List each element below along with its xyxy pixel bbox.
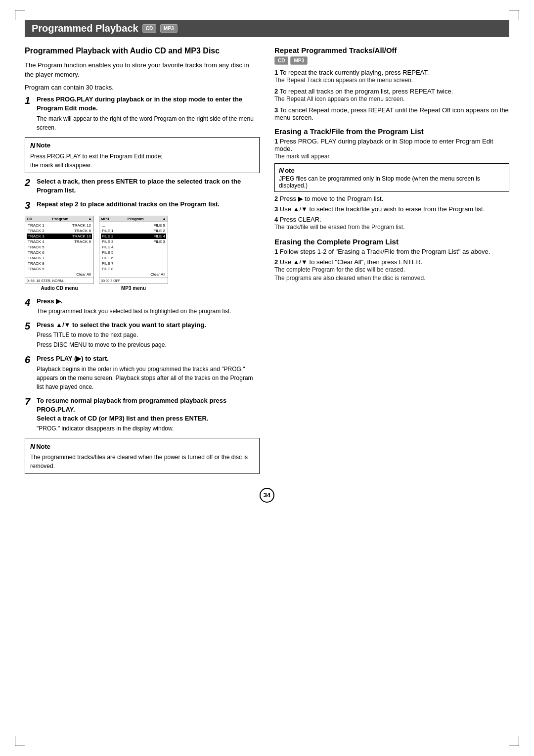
step-4-title: Press ▶.: [37, 297, 260, 306]
complete-title: Erasing the Complete Program List: [274, 237, 509, 246]
note-2: N Note The programmed tracks/files are c…: [25, 438, 260, 474]
erase-note: N ote JPEG files can be programmed only …: [274, 163, 509, 192]
step-3: 3 Repeat step 2 to place additional trac…: [25, 200, 260, 211]
step-6-title: Press PLAY (▶) to start.: [37, 354, 260, 363]
step-5-title: Press ▲/▼ to select the track you want t…: [37, 321, 260, 330]
mp3-menu-header-left: MP3: [101, 217, 109, 221]
mp3-menu-label: MP3 menu: [99, 285, 168, 291]
note-icon-2: N: [30, 441, 35, 452]
complete-step-2-text: Use ▲/▼ to select "Clear All", then pres…: [280, 258, 423, 266]
erase-step-1-num: 1: [274, 138, 278, 145]
note-icon-1: N: [30, 141, 35, 151]
step-2: 2 Select a track, then press ENTER to pl…: [25, 177, 260, 195]
complete-step-2: 2 Use ▲/▼ to select "Clear All", then pr…: [274, 258, 509, 283]
step-7: 7 To resume normal playback from program…: [25, 396, 260, 433]
erase-step-2-num: 2: [274, 195, 278, 202]
corner-mark-tl: [15, 10, 25, 20]
erase-step-4-text: Press CLEAR.: [280, 216, 321, 223]
corner-mark-br: [509, 736, 519, 746]
mp3-row-3: FILE 3FILE 3: [101, 239, 166, 244]
corner-mark-tr: [509, 10, 519, 20]
note-2-text: The programmed tracks/files are cleared …: [30, 453, 254, 471]
cd-row-9: TRACK 9: [27, 266, 92, 272]
erase-step-1: 1 Press PROG. PLAY during playback or in…: [274, 138, 509, 161]
cd-row-8: TRACK 8: [27, 261, 92, 266]
mp3-row-0: ...FILE 9: [101, 223, 166, 228]
mp3-menu-footer: 00:00 3 OFF: [99, 278, 168, 284]
repeat-step-2: 2 To repeat all tracks on the program li…: [274, 88, 509, 103]
complete-step-1-text: Follow steps 1-2 of "Erasing a Track/Fil…: [280, 248, 490, 255]
erase-step-4-num: 4: [274, 216, 278, 223]
note-1-line1: Press PROG.PLAY to exit the Program Edit…: [30, 152, 254, 161]
right-column: Repeat Programmed Tracks/All/Off CD MP3 …: [274, 46, 509, 478]
cd-menu-scroll-icon: ▲: [88, 217, 92, 221]
corner-mark-bl: [15, 736, 25, 746]
cd-clear-all: Clear All: [27, 272, 92, 277]
complete-step-2-sub1: The complete Program for the disc will b…: [274, 266, 405, 273]
left-column: Programmed Playback with Audio CD and MP…: [25, 46, 260, 478]
repeat-badge-mp3: MP3: [290, 56, 308, 65]
page-number: 34: [260, 488, 274, 503]
intro-text: The Program function enables you to stor…: [25, 60, 260, 80]
cd-footer-text: 0: 56: 18 STER. NORM.: [27, 279, 64, 283]
step-6-number: 6: [25, 354, 35, 365]
erase-step-1-sub: The mark will appear.: [274, 153, 331, 160]
step-6: 6 Press PLAY (▶) to start. Playback begi…: [25, 354, 260, 391]
menu-screenshots: CD Program ▲ TRACK 1TRACK 12 TRACK 2TRAC…: [25, 216, 260, 291]
step-1-title: Press PROG.PLAY during playback or in th…: [37, 95, 260, 113]
mp3-footer-text: 00:00 3 OFF: [101, 279, 120, 283]
erase-step-1-text: Press PROG. PLAY during playback or in S…: [274, 138, 493, 152]
repeat-step-1: 1 To repeat the track currently playing,…: [274, 69, 509, 85]
erase-step-2-text: Press ▶ to move to the Program list.: [280, 195, 383, 202]
repeat-badge-cd: CD: [274, 56, 288, 65]
step-5-desc1: Press TITLE to move to the next page.: [37, 331, 260, 339]
cd-row-5: TRACK 5: [27, 244, 92, 250]
section-title-bar: Programmed Playback CD MP3: [25, 20, 509, 37]
repeat-step-1-sub: The Repeat Track icon appears on the men…: [274, 77, 413, 84]
cd-menu-footer: 0: 56: 18 STER. NORM.: [25, 278, 93, 284]
mp3-menu-wrapper: MP3 Program ▲ ...FILE 9 FILE 1FILE 2 FIL…: [99, 216, 168, 291]
erase-step-3-num: 3: [274, 205, 278, 213]
note-1: N Note Press PROG.PLAY to exit the Progr…: [25, 137, 260, 173]
mp3-row-2: FILE 2FILE 4: [101, 234, 166, 239]
badge-cd: CD: [142, 24, 156, 33]
repeat-step-3-num: 3: [274, 106, 278, 114]
mp3-row-1: FILE 1FILE 2: [101, 228, 166, 234]
step-5-desc2: Press DISC MENU to move to the previous …: [37, 340, 260, 349]
complete-step-1: 1 Follow steps 1-2 of "Erasing a Track/F…: [274, 248, 509, 255]
step-5: 5 Press ▲/▼ to select the track you want…: [25, 321, 260, 349]
repeat-step-1-num: 1: [274, 69, 278, 76]
page-number-area: 34: [25, 488, 509, 503]
note-1-line2: the mark will disappear.: [30, 161, 254, 170]
cd-row-6: TRACK 6: [27, 250, 92, 255]
repeat-step-2-text: To repeat all tracks on the program list…: [280, 88, 453, 95]
step-7-number: 7: [25, 396, 35, 407]
cd-row-7: TRACK 7: [27, 255, 92, 261]
repeat-step-2-num: 2: [274, 88, 278, 95]
repeat-step-1-text: To repeat the track currently playing, p…: [280, 69, 429, 76]
cd-menu-label: Audio CD menu: [25, 285, 94, 291]
mp3-menu-screen: MP3 Program ▲ ...FILE 9 FILE 1FILE 2 FIL…: [99, 216, 168, 284]
step-1-desc: The mark will appear to the right of the…: [37, 114, 260, 132]
erase-step-3-text: Use ▲/▼ to select the track/file you wis…: [280, 205, 485, 213]
cd-row-4: TRACK 4TRACK 9: [27, 239, 92, 244]
cd-menu-header-right: Program: [52, 217, 68, 221]
repeat-step-3: 3 To cancel Repeat mode, press REPEAT un…: [274, 106, 509, 121]
erase-note-text: JPEG files can be programmed only in Sto…: [279, 175, 480, 189]
erase-note-icon: N: [279, 166, 284, 174]
step-2-number: 2: [25, 177, 35, 188]
step-2-title: Select a track, then press ENTER to plac…: [37, 177, 260, 195]
step-5-number: 5: [25, 321, 35, 331]
step-4-number: 4: [25, 297, 35, 308]
mp3-row-4: FILE 4: [101, 244, 166, 250]
note-1-title: Note: [36, 141, 50, 150]
repeat-step-3-text: To cancel Repeat mode, press REPEAT unti…: [274, 106, 509, 121]
program-capacity: Program can contain 30 tracks.: [25, 83, 260, 93]
complete-step-2-num: 2: [274, 258, 278, 266]
repeat-badges: CD MP3: [274, 56, 509, 65]
mp3-menu-body: ...FILE 9 FILE 1FILE 2 FILE 2FILE 4 FILE…: [99, 222, 168, 278]
note-2-title: Note: [36, 442, 50, 452]
erase-note-title: ote: [285, 167, 295, 174]
step-7-title-2: Select a track of CD (or MP3) list and t…: [37, 414, 260, 423]
erase-title: Erasing a Track/File from the Program Li…: [274, 127, 509, 136]
